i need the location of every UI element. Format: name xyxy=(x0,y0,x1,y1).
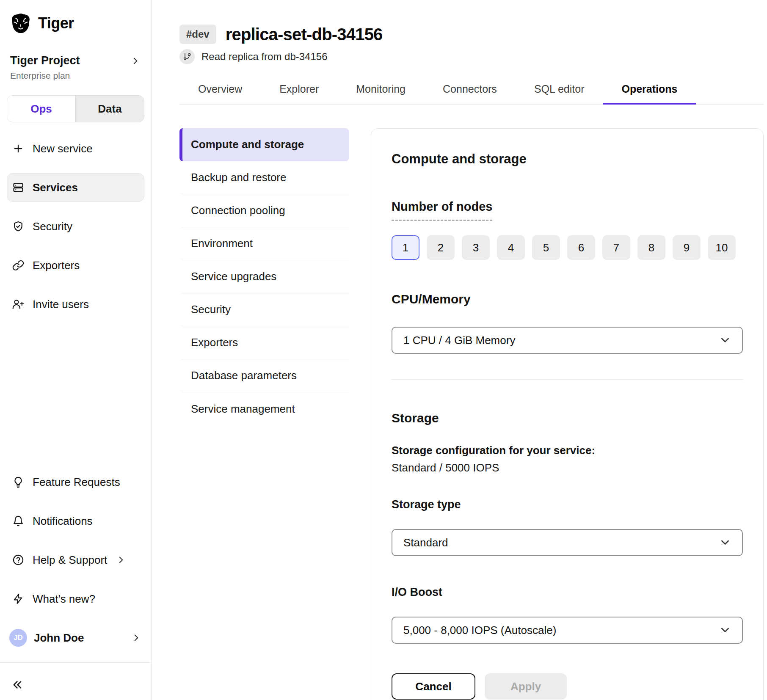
project-switcher[interactable]: Tiger Project xyxy=(7,54,144,67)
node-count-4[interactable]: 4 xyxy=(497,235,525,260)
io-boost-label: I/O Boost xyxy=(392,586,743,599)
brand: Tiger xyxy=(7,12,144,35)
number-of-nodes-label: Number of nodes xyxy=(392,200,492,221)
sidebar-item-label: Services xyxy=(33,181,78,194)
sidebar-footer: Feature Requests Notifications Help & Su… xyxy=(7,468,144,700)
replica-info: Read replica from db-34156 xyxy=(179,49,764,64)
sidebar-item-services[interactable]: Services xyxy=(7,173,144,202)
panel-title: Compute and storage xyxy=(392,152,743,167)
page-title: replica-set-db-34156 xyxy=(226,25,383,44)
storage-config-value: Standard / 5000 IOPS xyxy=(392,461,743,474)
plus-icon xyxy=(12,143,24,154)
tab-monitoring[interactable]: Monitoring xyxy=(337,76,424,105)
node-count-3[interactable]: 3 xyxy=(462,235,490,260)
sidebar-item-label: Security xyxy=(33,220,72,233)
storage-section-title: Storage xyxy=(392,411,743,425)
subnav-item-security[interactable]: Security xyxy=(179,293,349,326)
git-branch-icon xyxy=(179,49,195,64)
operations-content: Compute and storage Backup and restore C… xyxy=(179,128,764,700)
shield-check-icon xyxy=(12,220,24,232)
sidebar-divider xyxy=(0,662,151,663)
cpu-memory-select[interactable]: 1 CPU / 4 GiB Memory xyxy=(392,327,743,354)
help-circle-icon xyxy=(12,554,24,566)
sidebar-item-label: What's new? xyxy=(33,593,95,606)
sidebar-item-exporters[interactable]: Exporters xyxy=(7,251,144,280)
sidebar-item-new-service[interactable]: New service xyxy=(7,134,144,163)
sidebar-item-label: Feature Requests xyxy=(33,476,120,489)
ops-data-toggle: Ops Data xyxy=(7,95,144,122)
chevron-down-icon xyxy=(719,334,731,346)
chevron-right-icon xyxy=(130,55,141,66)
subnav-item-exporters[interactable]: Exporters xyxy=(179,326,349,359)
node-count-5[interactable]: 5 xyxy=(532,235,560,260)
storage-type-select[interactable]: Standard xyxy=(392,529,743,556)
node-count-1[interactable]: 1 xyxy=(392,235,419,260)
sidebar-item-label: New service xyxy=(33,142,93,155)
sidebar-item-label: Help & Support xyxy=(33,554,107,567)
sidebar-item-invite-users[interactable]: Invite users xyxy=(7,290,144,319)
compute-storage-panel: Compute and storage Number of nodes 1 2 … xyxy=(371,128,764,700)
chevrons-left-icon xyxy=(11,678,24,691)
chevron-right-icon xyxy=(131,632,142,643)
cancel-button[interactable]: Cancel xyxy=(392,673,475,700)
storage-type-value: Standard xyxy=(403,536,448,549)
sidebar-item-label: Notifications xyxy=(33,515,93,528)
subnav-item-service-management[interactable]: Service management xyxy=(179,392,349,425)
env-badge: #dev xyxy=(179,25,216,44)
lightbulb-icon xyxy=(12,476,24,488)
project-name: Tiger Project xyxy=(10,54,80,67)
io-boost-value: 5,000 - 8,000 IOPS (Autoscale) xyxy=(403,624,556,637)
node-count-2[interactable]: 2 xyxy=(427,235,455,260)
tab-sql-editor[interactable]: SQL editor xyxy=(516,76,603,105)
subnav-item-compute-and-storage[interactable]: Compute and storage xyxy=(179,128,349,161)
operations-subnav: Compute and storage Backup and restore C… xyxy=(179,128,349,425)
tab-explorer[interactable]: Explorer xyxy=(261,76,337,105)
user-menu[interactable]: JD John Doe xyxy=(7,623,144,652)
storage-type-label: Storage type xyxy=(392,498,743,511)
collapse-sidebar-button[interactable] xyxy=(7,670,144,700)
tiger-logo-icon xyxy=(9,12,32,35)
tab-operations[interactable]: Operations xyxy=(603,76,696,105)
sidebar-item-label: Exporters xyxy=(33,259,80,272)
sidebar-item-help-support[interactable]: Help & Support xyxy=(7,546,144,574)
apply-button[interactable]: Apply xyxy=(485,673,567,700)
subnav-item-database-parameters[interactable]: Database parameters xyxy=(179,359,349,392)
cpu-memory-value: 1 CPU / 4 GiB Memory xyxy=(403,334,515,347)
tab-connectors[interactable]: Connectors xyxy=(424,76,516,105)
replica-source-text: Read replica from db-34156 xyxy=(201,51,328,63)
main-content: #dev replica-set-db-34156 Read replica f… xyxy=(152,0,767,700)
toggle-data[interactable]: Data xyxy=(76,96,144,122)
chevron-right-icon xyxy=(116,554,127,565)
subnav-item-environment[interactable]: Environment xyxy=(179,227,349,260)
sidebar: Tiger Tiger Project Enterprise plan Ops … xyxy=(0,0,152,700)
link-icon xyxy=(12,259,24,271)
node-count-10[interactable]: 10 xyxy=(708,235,736,260)
user-plus-icon xyxy=(12,298,24,310)
node-count-selector: 1 2 3 4 5 6 7 8 9 10 xyxy=(392,235,743,260)
subnav-item-connection-pooling[interactable]: Connection pooling xyxy=(179,194,349,227)
panel-actions: Cancel Apply xyxy=(392,673,743,700)
bell-icon xyxy=(12,515,24,527)
app-window: Tiger Tiger Project Enterprise plan Ops … xyxy=(0,0,767,700)
sidebar-item-notifications[interactable]: Notifications xyxy=(7,507,144,535)
services-icon xyxy=(12,182,24,193)
chevron-down-icon xyxy=(719,537,731,548)
node-count-7[interactable]: 7 xyxy=(602,235,630,260)
sidebar-item-security[interactable]: Security xyxy=(7,212,144,241)
tab-overview[interactable]: Overview xyxy=(179,76,261,105)
brand-name: Tiger xyxy=(38,14,74,32)
toggle-ops[interactable]: Ops xyxy=(7,96,76,122)
node-count-6[interactable]: 6 xyxy=(567,235,595,260)
avatar: JD xyxy=(9,629,27,647)
lightning-icon xyxy=(12,593,24,605)
sidebar-nav: New service Services Security Exporters xyxy=(7,134,144,329)
storage-config-label: Storage configuration for your service: xyxy=(392,444,743,457)
sidebar-item-feature-requests[interactable]: Feature Requests xyxy=(7,468,144,496)
subnav-item-service-upgrades[interactable]: Service upgrades xyxy=(179,260,349,293)
node-count-8[interactable]: 8 xyxy=(637,235,665,260)
io-boost-select[interactable]: 5,000 - 8,000 IOPS (Autoscale) xyxy=(392,617,743,644)
cpu-memory-label: CPU/Memory xyxy=(392,292,743,306)
node-count-9[interactable]: 9 xyxy=(673,235,701,260)
subnav-item-backup-and-restore[interactable]: Backup and restore xyxy=(179,161,349,194)
sidebar-item-whats-new[interactable]: What's new? xyxy=(7,584,144,613)
